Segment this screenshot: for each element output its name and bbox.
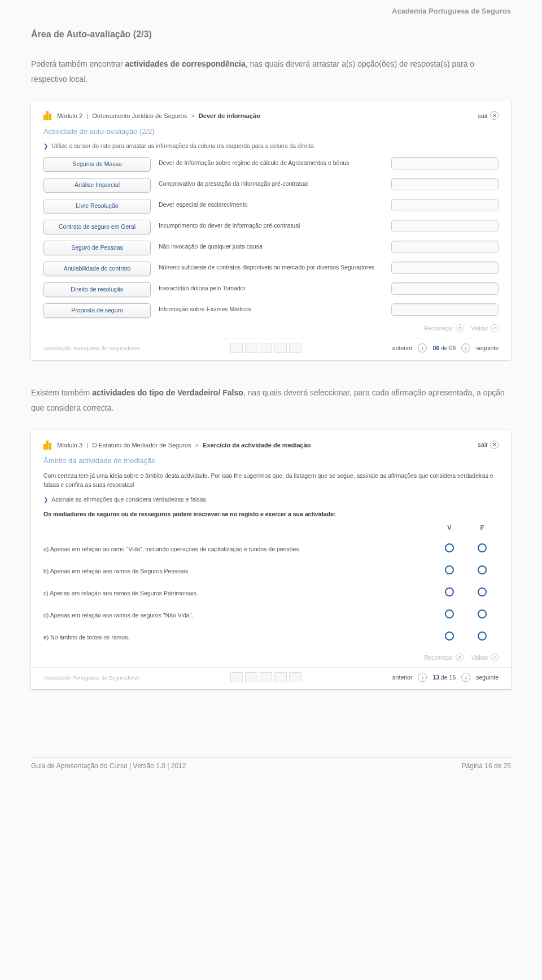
card-footer: Associação Portuguesa de Seguradores ant… xyxy=(31,667,511,689)
drop-target[interactable] xyxy=(391,220,499,232)
match-row: Proposta de seguro Informação sobre Exam… xyxy=(43,303,499,318)
breadcrumb-module: Módulo 3 xyxy=(57,442,82,448)
next-button[interactable]: › xyxy=(461,673,470,682)
match-row: Seguros de Massa Dever de Informação sob… xyxy=(43,157,499,172)
breadcrumb-sep: | xyxy=(86,442,88,448)
tool-icon[interactable] xyxy=(230,672,243,682)
tool-icon[interactable] xyxy=(245,343,257,353)
drag-source[interactable]: Livre Resolução xyxy=(43,199,151,214)
prev-button[interactable]: ‹ xyxy=(418,343,427,352)
tf-row: e) No âmbito de todos os ramos. xyxy=(43,626,499,648)
refresh-icon: ↺ xyxy=(456,324,464,332)
validate-button[interactable]: Validar ✓ xyxy=(471,654,499,661)
card-inner: Módulo 3 | O Estatuto do Mediador de Seg… xyxy=(31,430,511,668)
question-line: Os mediadores de seguros ou de resseguro… xyxy=(43,511,499,517)
drop-target[interactable] xyxy=(391,282,499,295)
paragraph-2: Existem também actividades do tipo de Ve… xyxy=(31,385,511,415)
retry-label: Recomeçar xyxy=(424,655,453,661)
statement-label: c) Apenas em relação aos ramos de Seguro… xyxy=(43,590,433,596)
next-label: seguinte xyxy=(476,674,499,681)
tool-icon[interactable] xyxy=(289,343,301,353)
exit-button[interactable]: sair ✕ xyxy=(478,441,499,449)
breadcrumb-arrow: > xyxy=(191,112,194,119)
column-header-f: F xyxy=(466,524,499,531)
match-row: Contrato de seguro em Geral Incumpriment… xyxy=(43,220,499,234)
tool-icon[interactable] xyxy=(260,672,272,682)
toolbar-icons xyxy=(230,343,301,353)
section-title: Área de Auto-avaliação (2/3) xyxy=(31,29,511,40)
drag-source[interactable]: Contrato de seguro em Geral xyxy=(43,220,151,234)
drop-target[interactable] xyxy=(391,303,499,316)
instruction-text: Utilize o cursor do rato para arrastar a… xyxy=(51,142,316,149)
para2-prefix: Existem também xyxy=(31,388,92,397)
breadcrumb-path: O Estatuto do Mediador de Seguros xyxy=(92,442,191,448)
radio-true[interactable] xyxy=(445,543,454,552)
match-description: Dever de Informação sobre regime de cálc… xyxy=(151,157,391,168)
page-total: de 06 xyxy=(441,345,456,351)
para1-bold: actividades de correspondência xyxy=(125,59,246,68)
drop-target[interactable] xyxy=(391,241,499,253)
radio-true[interactable] xyxy=(445,565,454,574)
breadcrumb-current: Dever de informação xyxy=(199,112,260,119)
radio-false[interactable] xyxy=(478,587,487,596)
match-row: Direito de resolução Inexactidão dolosa … xyxy=(43,282,499,297)
close-icon: ✕ xyxy=(490,441,499,449)
drag-source[interactable]: Seguro de Pessoas xyxy=(43,241,151,255)
check-icon: ✓ xyxy=(491,654,499,661)
retry-button[interactable]: Recomeçar ↺ xyxy=(424,654,463,661)
breadcrumb: Módulo 2 | Ordenamento Jurídico de Segur… xyxy=(43,111,260,120)
radio-false[interactable] xyxy=(478,543,487,552)
drag-source[interactable]: Proposta de seguro xyxy=(43,303,151,318)
paragraph-1: Poderá também encontrar actividades de c… xyxy=(31,56,511,86)
next-button[interactable]: › xyxy=(461,343,470,352)
breadcrumb-path: Ordenamento Jurídico de Seguros xyxy=(92,112,187,119)
card-actions: Recomeçar ↺ Validar ✓ xyxy=(43,324,499,332)
match-row: Anulabilidade do contrato Número suficie… xyxy=(43,262,499,276)
match-description: Número suficiente de contratos disponíve… xyxy=(151,262,391,273)
drag-source[interactable]: Direito de resolução xyxy=(43,282,151,297)
radio-false[interactable] xyxy=(478,565,487,574)
radio-false[interactable] xyxy=(478,631,487,641)
prev-label: anterior xyxy=(392,345,413,351)
card-actions: Recomeçar ↺ Validar ✓ xyxy=(43,654,499,661)
match-description: Incumprimento do dever de informação pré… xyxy=(151,220,391,231)
retry-button[interactable]: Recomeçar ↺ xyxy=(424,324,463,332)
radio-true[interactable] xyxy=(445,587,454,596)
retry-label: Recomeçar xyxy=(424,325,453,332)
chevron-right-icon: ❯ xyxy=(43,496,48,503)
column-header-v: V xyxy=(433,524,466,531)
tool-icon[interactable] xyxy=(274,672,287,682)
drop-target[interactable] xyxy=(391,157,499,169)
radio-false[interactable] xyxy=(478,609,487,619)
drag-source[interactable]: Análise Imparcial xyxy=(43,178,151,193)
validate-label: Validar xyxy=(471,655,488,661)
tool-icon[interactable] xyxy=(260,343,272,353)
drag-source[interactable]: Seguros de Massa xyxy=(43,157,151,172)
drop-target[interactable] xyxy=(391,199,499,211)
footer-association: Associação Portuguesa de Seguradores xyxy=(43,674,139,681)
footer-right: Página 16 de 25 xyxy=(462,762,511,770)
radio-true[interactable] xyxy=(445,631,454,641)
validate-button[interactable]: Validar ✓ xyxy=(471,324,499,332)
drop-target[interactable] xyxy=(391,178,499,190)
instruction-row: ❯ Utilize o cursor do rato para arrastar… xyxy=(43,142,499,149)
logo-icon xyxy=(43,441,51,450)
prev-button[interactable]: ‹ xyxy=(418,673,427,682)
exit-button[interactable]: sair ✕ xyxy=(478,111,499,120)
page-number: 13 xyxy=(432,674,439,681)
instruction-row: ❯ Assinale as afirmações que considera v… xyxy=(43,496,499,503)
match-description: Não invocação de qualquer justa causa xyxy=(151,241,391,252)
tool-icon[interactable] xyxy=(274,343,287,353)
check-icon: ✓ xyxy=(491,324,499,332)
activity-card-matching: Módulo 2 | Ordenamento Jurídico de Segur… xyxy=(31,101,511,360)
statement-label: e) No âmbito de todos os ramos. xyxy=(43,634,433,641)
drag-source[interactable]: Anulabilidade do contrato xyxy=(43,262,151,276)
radio-true[interactable] xyxy=(445,609,454,619)
drop-target[interactable] xyxy=(391,262,499,274)
tool-icon[interactable] xyxy=(245,672,257,682)
tool-icon[interactable] xyxy=(230,343,243,353)
page-number: 06 xyxy=(432,345,439,351)
tool-icon[interactable] xyxy=(289,672,301,682)
next-label: seguinte xyxy=(476,345,499,351)
breadcrumb-arrow: > xyxy=(195,442,199,448)
